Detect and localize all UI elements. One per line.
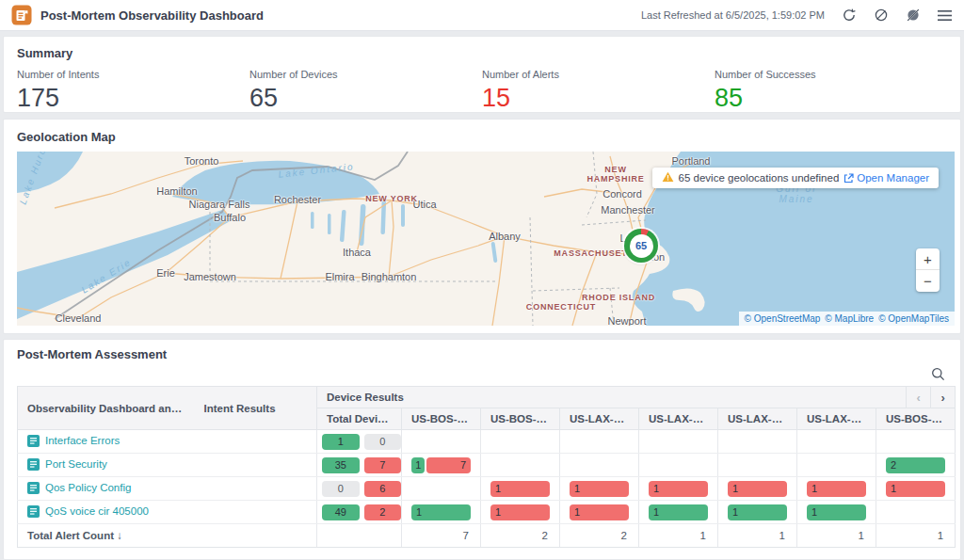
column-header-device[interactable]: US-LAX-SW02 (639, 408, 718, 430)
total-alert-count-label[interactable]: Total Alert Count ↓ (18, 524, 317, 548)
total-alert-count-value: 2 (481, 524, 560, 548)
device-result-cell (481, 430, 560, 454)
table-row: Port Security 357 172 (18, 454, 956, 477)
device-result-segment-red: 1 (807, 481, 866, 497)
pager-prev-icon[interactable]: ‹ (906, 387, 930, 408)
metric-label: Number of Alerts (482, 69, 715, 80)
device-result-cell: 1 (560, 501, 639, 524)
map-city-label: Toronto (185, 155, 219, 167)
attribution-maplibre-link[interactable]: © MapLibre (825, 313, 874, 324)
metric-alerts: Number of Alerts 15 (482, 69, 715, 112)
menu-icon[interactable] (937, 8, 953, 24)
device-result-cell (639, 454, 718, 477)
metric-devices: Number of Devices 65 (249, 69, 482, 112)
dashboard-row-link[interactable]: Port Security (27, 458, 107, 471)
dashboard-item-icon (27, 435, 40, 447)
column-header-device[interactable]: US-BOS-SW3 (876, 408, 956, 430)
map-city-label: Concord (602, 188, 642, 200)
map-attribution: © OpenStreetMap © MapLibre © OpenMapTile… (739, 312, 955, 326)
device-result-cell (797, 454, 876, 477)
total-alert-count-value: 2 (560, 524, 639, 548)
assessment-title: Post-Mortem Assessment (17, 347, 947, 361)
device-result-cell (797, 430, 876, 454)
summary-card: Summary Number of Intents 175 Number of … (3, 36, 961, 113)
device-cluster-marker[interactable]: 65 (624, 229, 658, 263)
device-result-cell: 1 (481, 501, 560, 524)
map-city-label: Newport (608, 315, 647, 326)
total-alert-count-value: 1 (797, 524, 876, 548)
pager-next-icon[interactable]: › (930, 387, 955, 408)
device-result-segment-red: 1 (649, 481, 708, 497)
device-column-pager: ‹ › (906, 387, 955, 408)
map-state-label: NEW YORK (365, 194, 418, 203)
dashboard-row-link[interactable]: Interface Errors (27, 435, 120, 447)
total-pill-green: 35 (322, 457, 360, 473)
table-row: Interface Errors 10 (18, 430, 956, 454)
column-header-device[interactable]: US-LAX-R02 (560, 408, 639, 430)
attribution-openmaptiles-link[interactable]: © OpenMapTiles (878, 313, 949, 324)
device-result-cell (876, 501, 956, 524)
device-result-cell: 1 (481, 477, 560, 501)
search-icon[interactable] (928, 364, 947, 383)
total-device-results-cell: 492 (317, 501, 402, 524)
dashboard-row-link[interactable]: QoS voice cir 405000 (27, 505, 149, 518)
summary-metrics: Number of Intents 175 Number of Devices … (17, 69, 947, 112)
column-header-device[interactable]: US-BOS-R2 (481, 408, 560, 430)
map-city-label: Niagara Falls (189, 199, 250, 210)
map-city-label: Portland (672, 155, 711, 167)
dashboard-item-icon (27, 458, 40, 471)
total-pill-green: 49 (322, 504, 360, 520)
map-state-label: RHODE ISLAND (582, 293, 655, 302)
total-device-results-cell: 10 (317, 430, 402, 454)
map-city-label: Albany (489, 231, 521, 242)
metric-value: 85 (715, 84, 947, 112)
total-pill-red: 7 (364, 457, 402, 473)
map-canvas[interactable]: TorontoHamiltonNiagara FallsBuffaloRoche… (17, 152, 955, 326)
column-header-device[interactable]: US-LAX-R01 (718, 408, 797, 430)
column-header-intent-results[interactable]: Intent Results (195, 387, 317, 430)
column-header-dashboard[interactable]: Observability Dashboard and Dashboard Gr… (18, 387, 195, 430)
map-city-label: Rochester (274, 194, 321, 205)
map-state-label: CONNECTICUT (526, 302, 596, 312)
device-result-segment-red: 7 (426, 457, 471, 473)
device-result-cell (402, 430, 481, 454)
column-header-total-device-results[interactable]: Total Device Results (317, 408, 402, 430)
compass-off-icon[interactable] (873, 8, 889, 24)
dashboard-item-icon (27, 505, 40, 518)
device-result-cell (639, 430, 718, 454)
device-result-cell (481, 454, 560, 477)
total-pill-green: 1 (322, 434, 360, 450)
map-state-label: NEW HAMPSHIRE (586, 165, 645, 184)
map-city-label: Jamestown (184, 271, 236, 282)
map-zoom-control: + − (916, 248, 940, 292)
map-city-label: Binghamton (362, 271, 417, 282)
map-city-label: Ithaca (343, 247, 371, 258)
map-city-label: Cleveland (56, 312, 102, 324)
column-header-device[interactable]: US-LAX-SW01 (797, 408, 876, 430)
device-result-segment-red: 1 (490, 504, 550, 520)
metric-label: Number of Devices (249, 69, 482, 80)
metric-value: 15 (482, 84, 715, 112)
zoom-out-button[interactable]: − (916, 270, 940, 292)
column-header-device[interactable]: US-BOS-SW4 (402, 408, 481, 430)
device-result-cell (876, 430, 956, 454)
geolocation-map-card: Geolocation Map (3, 119, 961, 334)
device-result-cell: 1 (639, 501, 718, 524)
total-pill-gray: 0 (322, 481, 360, 497)
annotate-off-icon[interactable] (905, 8, 921, 24)
geolocation-warning-badge: 65 device geolocations undefined Open Ma… (652, 168, 939, 188)
external-link-icon (844, 173, 854, 184)
intent-results-cell (195, 454, 317, 477)
refresh-icon[interactable] (841, 8, 857, 24)
dashboard-row-link[interactable]: Qos Policy Config (27, 482, 131, 494)
zoom-in-button[interactable]: + (916, 248, 940, 270)
open-manager-link[interactable]: Open Manager (844, 172, 929, 184)
device-result-cell: 1 (718, 477, 797, 501)
device-result-segment-green: 1 (728, 504, 787, 520)
attribution-openstreetmap-link[interactable]: © OpenStreetMap (745, 313, 821, 324)
device-result-cell (718, 430, 797, 454)
device-result-cell (560, 430, 639, 454)
total-pill-gray: 0 (364, 434, 402, 450)
device-result-segment-green: 1 (807, 504, 866, 520)
total-alert-count-value: 1 (639, 524, 718, 548)
